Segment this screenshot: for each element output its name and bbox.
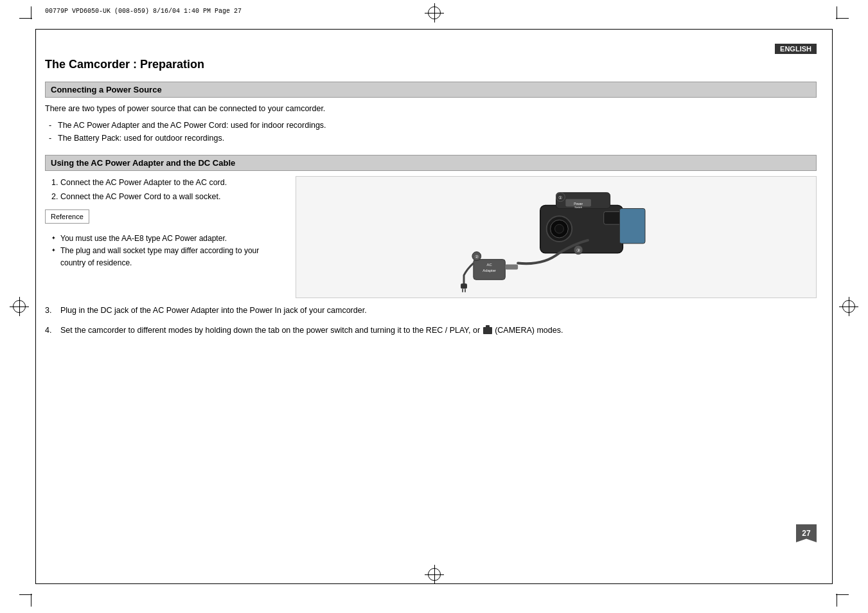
svg-text:Switch: Switch: [574, 206, 582, 209]
page-container: 00779P VPD6050-UK (008-059) 8/16/04 1:40…: [0, 0, 868, 613]
step3-text: Plug in the DC jack of the AC Power Adap…: [60, 305, 367, 317]
camera-image: Power Switch ① AC Adapter: [296, 176, 817, 298]
border-left: [35, 29, 36, 584]
section1: Connecting a Power Source There are two …: [45, 82, 817, 145]
crosshair-bottom: [428, 568, 441, 581]
trim-mark: [31, 6, 31, 19]
page-title: The Camcorder : Preparation: [45, 58, 817, 71]
step3: 3. Plug in the DC jack of the AC Power A…: [45, 305, 817, 317]
svg-rect-14: [505, 264, 518, 269]
reference-box: Reference: [45, 209, 89, 224]
svg-text:AC: AC: [486, 262, 492, 266]
svg-rect-7: [619, 208, 645, 243]
trim-mark: [31, 594, 31, 607]
step3-num: 3.: [45, 305, 60, 317]
english-badge: ENGLISH: [775, 44, 817, 54]
bullet-item: The AC Power Adapter and the AC Power Co…: [58, 119, 817, 132]
svg-text:③: ③: [576, 248, 580, 253]
page-number-badge: 27: [796, 524, 817, 542]
reference-note: The plug and wall socket type may differ…: [51, 245, 289, 269]
svg-rect-5: [604, 211, 622, 224]
step4: 4. Set the camcorder to different modes …: [45, 324, 817, 337]
step1: Connect the AC Power Adapter to the AC c…: [60, 176, 289, 189]
trim-mark: [837, 6, 837, 19]
svg-text:①: ①: [558, 195, 562, 199]
trim-mark: [19, 594, 32, 595]
trim-mark: [836, 18, 849, 19]
reference-notes: You must use the AA-E8 type AC Power ada…: [51, 233, 289, 270]
main-content: The Camcorder : Preparation Connecting a…: [45, 58, 817, 336]
step4-text: Set the camcorder to different modes by …: [60, 324, 563, 337]
svg-text:Power: Power: [574, 202, 583, 205]
bullet-item: The Battery Pack: used for outdoor recor…: [58, 132, 817, 145]
border-right: [832, 29, 833, 584]
text-column: Connect the AC Power Adapter to the AC c…: [45, 176, 289, 276]
step3-item: 3. Plug in the DC jack of the AC Power A…: [45, 305, 817, 317]
svg-text:Adapter: Adapter: [483, 269, 496, 272]
section1-intro: There are two types of power source that…: [45, 103, 817, 115]
trim-mark: [837, 594, 837, 607]
crosshair-top: [428, 6, 441, 19]
crosshair-left: [13, 300, 26, 313]
section2-header: Using the AC Power Adapter and the DC Ca…: [45, 155, 817, 171]
section2: Using the AC Power Adapter and the DC Ca…: [45, 155, 817, 337]
svg-rect-23: [465, 289, 466, 292]
camera-icon: [483, 327, 492, 334]
step2: Connect the AC Power Cord to a wall sock…: [60, 190, 289, 203]
file-info: 00779P VPD6050-UK (008-059) 8/16/04 1:40…: [45, 8, 242, 15]
border-top: [35, 29, 833, 30]
crosshair-right: [842, 300, 855, 313]
step4-item: 4. Set the camcorder to different modes …: [45, 324, 817, 337]
trim-mark: [836, 594, 849, 595]
trim-mark: [19, 18, 32, 19]
svg-text:②: ②: [475, 254, 479, 258]
svg-rect-21: [461, 283, 467, 289]
svg-point-4: [555, 224, 564, 233]
step4-num: 4.: [45, 324, 60, 337]
svg-rect-22: [462, 289, 463, 292]
content-with-image: Connect the AC Power Adapter to the AC c…: [45, 176, 817, 298]
section1-header: Connecting a Power Source: [45, 82, 817, 98]
reference-note: You must use the AA-E8 type AC Power ada…: [51, 233, 289, 245]
numbered-list: Connect the AC Power Adapter to the AC c…: [60, 176, 289, 203]
section1-bullets: The AC Power Adapter and the AC Power Co…: [58, 119, 817, 145]
